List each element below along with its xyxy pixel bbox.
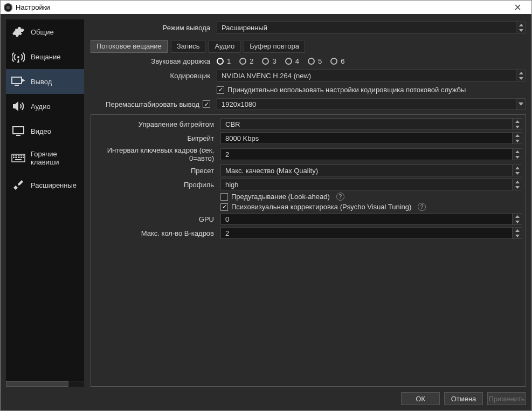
- svg-rect-1: [15, 85, 19, 86]
- settings-window: Настройки Общие Вещание Вывод: [0, 0, 532, 411]
- sidebar-scrollbar[interactable]: [6, 381, 84, 387]
- dialog-footer: ОК Отмена Применить: [1, 387, 531, 410]
- enforce-encoder-label: Принудительно использовать настройки код…: [227, 86, 466, 94]
- help-icon[interactable]: ?: [336, 193, 344, 201]
- svg-rect-14: [16, 157, 17, 158]
- svg-rect-13: [15, 157, 16, 158]
- sidebar-item-label: Вывод: [31, 78, 52, 86]
- svg-rect-15: [18, 157, 19, 158]
- window-title: Настройки: [16, 3, 50, 11]
- svg-rect-19: [15, 159, 22, 160]
- tools-icon: [11, 179, 25, 191]
- help-icon[interactable]: ?: [418, 203, 426, 211]
- svg-rect-11: [23, 155, 24, 156]
- rescale-label: Перемасштабировать вывод: [106, 100, 199, 108]
- keyint-label: Интервал ключевых кадров (сек, 0=авто): [94, 146, 216, 162]
- sidebar-item-label: Аудио: [31, 102, 51, 111]
- gpu-input[interactable]: 0: [220, 213, 522, 225]
- audio-track-radios: 1 2 3 4 5 6: [217, 57, 526, 65]
- track-radio-5[interactable]: 5: [308, 57, 322, 65]
- track-radio-6[interactable]: 6: [330, 57, 344, 65]
- svg-rect-17: [21, 157, 22, 158]
- tab-replay-buffer[interactable]: Буфер повтора: [244, 40, 305, 53]
- encoder-select[interactable]: NVIDIA NVENC H.264 (new): [217, 70, 526, 81]
- tab-audio[interactable]: Аудио: [209, 40, 240, 53]
- content-pane: Режим вывода Расширенный Потоковое вещан…: [84, 19, 526, 387]
- rate-control-label: Управление битрейтом: [94, 120, 216, 128]
- tab-streaming[interactable]: Потоковое вещание: [91, 40, 168, 53]
- ok-button[interactable]: ОК: [401, 392, 440, 405]
- bframes-input[interactable]: 2: [220, 227, 522, 239]
- apply-button[interactable]: Применить: [487, 392, 526, 405]
- gpu-label: GPU: [94, 215, 216, 223]
- preset-select[interactable]: Макс. качество (Max Quality): [220, 165, 522, 176]
- profile-label: Профиль: [94, 181, 216, 189]
- encoder-label: Кодировщик: [91, 72, 212, 80]
- speaker-icon: [11, 100, 25, 112]
- sidebar-item-output[interactable]: Вывод: [6, 69, 84, 94]
- svg-rect-7: [16, 155, 17, 156]
- svg-rect-10: [21, 155, 22, 156]
- svg-rect-5: [13, 155, 14, 156]
- sidebar-item-general[interactable]: Общие: [6, 19, 84, 44]
- svg-rect-2: [13, 127, 24, 134]
- svg-rect-3: [16, 135, 20, 136]
- antenna-icon: [11, 51, 25, 63]
- track-radio-1[interactable]: 1: [217, 57, 231, 65]
- monitor-icon: [11, 125, 25, 137]
- sidebar-item-label: Расширенные: [31, 181, 77, 189]
- tab-recording[interactable]: Запись: [171, 40, 206, 53]
- psycho-visual-label: Психовизуальная корректировка (Psycho Vi…: [231, 203, 411, 211]
- output-mode-label: Режим вывода: [91, 24, 212, 32]
- sidebar-item-label: Горячие клавиши: [31, 150, 79, 166]
- preset-label: Пресет: [94, 167, 216, 175]
- svg-rect-16: [19, 157, 20, 158]
- rescale-select[interactable]: 1920x1080: [217, 98, 526, 110]
- sidebar-item-hotkeys[interactable]: Горячие клавиши: [6, 143, 84, 173]
- bframes-label: Макс. кол-во В-кадров: [94, 229, 216, 237]
- bitrate-label: Битрейт: [94, 134, 216, 142]
- bitrate-input[interactable]: 8000 Kbps: [220, 132, 522, 144]
- encoder-settings-box: Управление битрейтом CBR Битрейт 8000 Kb…: [91, 114, 526, 387]
- output-tabs: Потоковое вещание Запись Аудио Буфер пов…: [91, 38, 526, 53]
- sidebar-item-stream[interactable]: Вещание: [6, 44, 84, 69]
- output-mode-select[interactable]: Расширенный: [217, 22, 526, 33]
- close-button[interactable]: [507, 2, 528, 13]
- keyint-input[interactable]: 2: [220, 148, 522, 160]
- enforce-encoder-checkbox[interactable]: [217, 86, 224, 94]
- psycho-visual-checkbox[interactable]: [220, 203, 228, 211]
- svg-rect-18: [23, 157, 24, 158]
- sidebar-item-audio[interactable]: Аудио: [6, 94, 84, 119]
- svg-rect-12: [13, 157, 14, 158]
- sidebar-item-video[interactable]: Видео: [6, 119, 84, 143]
- sidebar: Общие Вещание Вывод Аудио Видео: [6, 19, 84, 387]
- rescale-checkbox[interactable]: [203, 100, 210, 108]
- titlebar: Настройки: [1, 1, 531, 14]
- gear-icon: [11, 26, 25, 38]
- keyboard-icon: [11, 152, 25, 164]
- cancel-button[interactable]: Отмена: [444, 392, 483, 405]
- rate-control-select[interactable]: CBR: [220, 118, 522, 130]
- profile-select[interactable]: high: [220, 179, 522, 190]
- svg-rect-8: [18, 155, 19, 156]
- obs-icon: [4, 3, 12, 12]
- sidebar-item-label: Вещание: [31, 53, 61, 61]
- lookahead-checkbox[interactable]: [220, 193, 228, 201]
- svg-rect-0: [12, 77, 22, 84]
- sidebar-item-advanced[interactable]: Расширенные: [6, 173, 84, 197]
- svg-rect-6: [15, 155, 16, 156]
- lookahead-label: Предугадывание (Look-ahead): [231, 193, 330, 201]
- svg-rect-9: [19, 155, 20, 156]
- track-radio-4[interactable]: 4: [285, 57, 299, 65]
- sidebar-item-label: Общие: [31, 28, 54, 36]
- audio-track-label: Звуковая дорожка: [91, 57, 212, 65]
- track-radio-2[interactable]: 2: [239, 57, 253, 65]
- output-icon: [11, 76, 25, 87]
- track-radio-3[interactable]: 3: [262, 57, 276, 65]
- client-area: Общие Вещание Вывод Аудио Видео: [1, 14, 531, 410]
- sidebar-item-label: Видео: [31, 127, 51, 135]
